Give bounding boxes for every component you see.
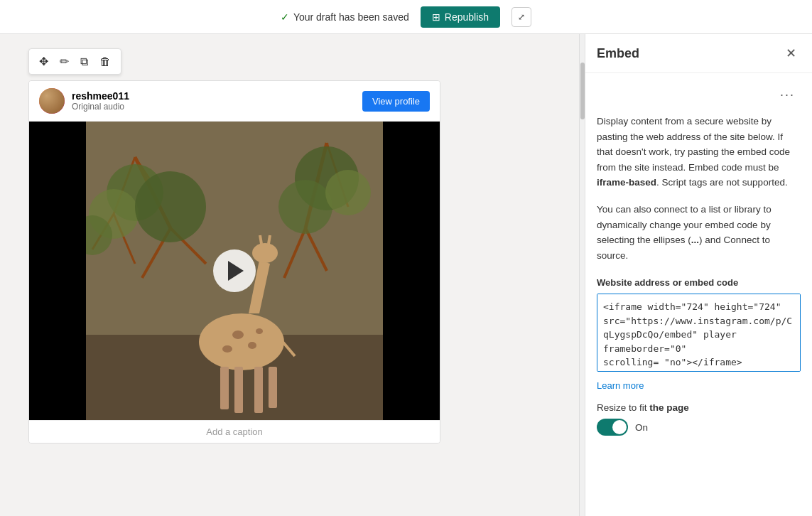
- republish-button[interactable]: ⊞ Republish: [421, 6, 500, 28]
- play-icon: [228, 261, 244, 281]
- toggle-knob: [612, 420, 627, 434]
- expand-button[interactable]: ⤢: [511, 7, 531, 27]
- republish-label: Republish: [445, 11, 489, 23]
- instagram-header: reshmee011 Original audio View profile: [29, 81, 440, 122]
- close-icon: ✕: [786, 46, 796, 60]
- svg-rect-25: [220, 367, 229, 409]
- delete-button[interactable]: 🗑: [95, 53, 115, 71]
- toggle-on-label: On: [635, 422, 648, 433]
- move-button[interactable]: ✥: [35, 52, 53, 71]
- resize-label: Resize to fit the page: [597, 402, 801, 413]
- expand-icon: ⤢: [518, 12, 525, 22]
- subtitle-text: Original audio: [72, 102, 129, 112]
- learn-more-link[interactable]: Learn more: [597, 380, 801, 391]
- top-bar: ✓ Your draft has been saved ⊞ Republish …: [0, 0, 812, 34]
- svg-point-20: [199, 313, 284, 370]
- svg-line-23: [260, 235, 261, 244]
- embed-block: reshmee011 Original audio View profile: [28, 80, 440, 444]
- video-area[interactable]: [29, 122, 440, 420]
- edit-button[interactable]: ✏: [55, 52, 73, 71]
- svg-point-31: [222, 345, 232, 353]
- delete-icon: 🗑: [99, 55, 111, 68]
- draft-saved-text: Your draft has been saved: [293, 11, 409, 23]
- svg-rect-27: [254, 367, 263, 413]
- panel-title: Embed: [597, 46, 639, 61]
- edit-icon: ✏: [60, 55, 69, 68]
- copy-icon: ⧉: [80, 55, 88, 68]
- svg-point-18: [278, 180, 332, 234]
- main-content: ✥ ✏ ⧉ 🗑 reshmee011: [0, 34, 812, 516]
- instagram-user: reshmee011 Original audio: [39, 88, 129, 114]
- svg-point-22: [252, 243, 278, 263]
- caption-area: Add a caption: [29, 420, 440, 443]
- right-panel: Embed ✕ ··· Display content from a secur…: [585, 34, 812, 516]
- more-options-button[interactable]: ···: [774, 85, 801, 105]
- svg-point-29: [232, 330, 244, 339]
- svg-rect-28: [269, 367, 277, 408]
- description1: Display content from a secure website by…: [597, 114, 801, 190]
- svg-point-11: [135, 171, 206, 242]
- block-toolbar: ✥ ✏ ⧉ 🗑: [28, 48, 121, 75]
- svg-rect-26: [234, 367, 243, 413]
- editor-area: ✥ ✏ ⧉ 🗑 reshmee011: [0, 34, 579, 516]
- caption-placeholder: Add a caption: [206, 426, 263, 437]
- toggle-row: On: [597, 419, 801, 436]
- scrollbar-thumb: [580, 63, 585, 119]
- giraffe-scene: [29, 122, 440, 420]
- svg-line-24: [269, 235, 270, 244]
- copy-button[interactable]: ⧉: [76, 53, 92, 71]
- description2: You can also connect to a list or librar…: [597, 202, 801, 263]
- svg-point-19: [325, 170, 371, 215]
- avatar: [39, 88, 65, 114]
- check-icon: ✓: [281, 11, 289, 23]
- svg-point-30: [248, 342, 256, 349]
- view-profile-button[interactable]: View profile: [362, 91, 430, 112]
- embed-field-label: Website address or embed code: [597, 277, 801, 288]
- svg-point-12: [72, 215, 112, 255]
- close-button[interactable]: ✕: [781, 44, 801, 63]
- draft-saved-notice: ✓ Your draft has been saved: [281, 11, 409, 23]
- play-button[interactable]: [213, 249, 256, 292]
- more-icon: ···: [780, 87, 795, 102]
- svg-point-32: [256, 328, 263, 334]
- move-icon: ✥: [39, 55, 48, 68]
- embed-code-textarea[interactable]: <<span class="iframe-link">iframe</span>…: [597, 294, 801, 372]
- user-info: reshmee011 Original audio: [72, 90, 129, 112]
- resize-toggle[interactable]: [597, 419, 628, 436]
- republish-icon: ⊞: [432, 11, 440, 23]
- username-text: reshmee011: [72, 90, 129, 102]
- panel-body: ··· Display content from a secure websit…: [585, 73, 812, 516]
- scrollbar[interactable]: [579, 34, 585, 516]
- panel-header: Embed ✕: [585, 34, 812, 73]
